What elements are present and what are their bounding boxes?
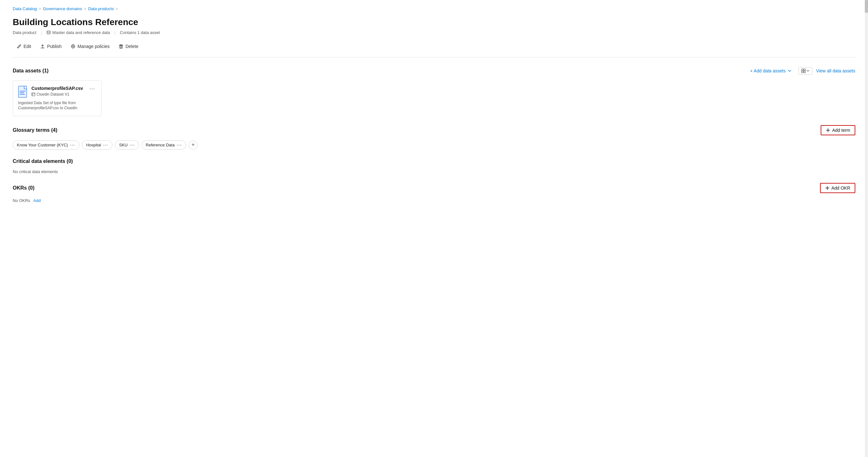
breadcrumb-sep-2: >	[84, 7, 86, 11]
glossary-title: Glossary terms (4)	[13, 127, 58, 133]
database-icon	[46, 30, 51, 35]
data-type-badge: Master data and reference data	[46, 30, 110, 35]
policies-icon	[70, 44, 75, 49]
publish-button[interactable]: Publish	[36, 42, 65, 51]
svg-rect-6	[802, 71, 803, 73]
asset-name: CustomerprofileSAP.csv	[31, 86, 83, 91]
asset-description: Ingested Data Set of type file from Cust…	[18, 100, 96, 111]
svg-rect-12	[32, 93, 35, 96]
term-label-reference-data: Reference Data	[146, 143, 175, 147]
chevron-down-icon-2	[806, 69, 810, 72]
delete-icon	[119, 44, 124, 49]
svg-point-0	[47, 31, 51, 32]
svg-rect-8	[19, 86, 27, 97]
no-critical-elements-text: No critical data elements	[13, 169, 855, 174]
asset-info: CustomerprofileSAP.csv Cluedin Dataset V…	[31, 86, 83, 96]
okrs-title: OKRs (0)	[13, 185, 34, 191]
critical-elements-section: Critical data elements (0) No critical d…	[13, 158, 855, 174]
svg-rect-5	[804, 69, 805, 70]
add-okr-label: Add OKR	[832, 185, 850, 190]
term-label-kyc: Know Your Customer (KYC)	[17, 143, 68, 147]
data-assets-title: Data assets (1)	[13, 68, 49, 74]
term-more-hospital[interactable]: ⋯	[103, 142, 108, 148]
svg-rect-4	[802, 69, 803, 70]
term-chip-kyc: Know Your Customer (KYC) ⋯	[13, 141, 80, 150]
critical-elements-title: Critical data elements (0)	[13, 158, 73, 164]
asset-icon-title: CustomerprofileSAP.csv Cluedin Dataset V…	[18, 86, 83, 98]
delete-button[interactable]: Delete	[115, 42, 142, 51]
plus-icon-okr	[825, 186, 830, 190]
add-term-inline-button[interactable]: +	[189, 141, 197, 150]
okrs-header: OKRs (0) Add OKR	[13, 183, 855, 193]
chevron-down-icon	[788, 69, 792, 73]
file-csv-icon	[18, 86, 28, 98]
scrollbar-track[interactable]	[865, 0, 868, 457]
breadcrumb-item-1[interactable]: Data Catalog	[13, 6, 37, 11]
view-all-assets-link[interactable]: View all data assets	[816, 68, 855, 73]
data-assets-header: Data assets (1) + Add data assets	[13, 66, 855, 75]
data-type-label: Master data and reference data	[53, 30, 110, 35]
okrs-section: OKRs (0) Add OKR No OKRs Add	[13, 183, 855, 203]
data-assets-controls: + Add data assets Vie	[747, 66, 855, 75]
asset-card-header: CustomerprofileSAP.csv Cluedin Dataset V…	[18, 86, 96, 98]
add-okr-inline-link[interactable]: Add	[33, 198, 41, 203]
term-more-reference-data[interactable]: ⋯	[177, 142, 182, 148]
dataset-icon	[31, 92, 35, 96]
svg-rect-11	[20, 94, 25, 95]
asset-count-label: Contains 1 data asset	[120, 30, 160, 35]
toolbar: Edit Publish Manage policies Delete	[13, 42, 855, 58]
add-data-assets-button[interactable]: + Add data assets	[747, 66, 795, 75]
term-label-sku: SKU	[119, 143, 128, 147]
page-type-label: Data product	[13, 30, 36, 35]
term-chip-reference-data: Reference Data ⋯	[142, 141, 186, 150]
svg-rect-7	[804, 71, 805, 73]
edit-button[interactable]: Edit	[13, 42, 35, 51]
add-okr-button[interactable]: Add OKR	[820, 183, 855, 193]
glossary-terms-list: Know Your Customer (KYC) ⋯ Hospital ⋯ SK…	[13, 141, 855, 150]
term-more-kyc[interactable]: ⋯	[70, 142, 75, 148]
svg-rect-10	[20, 92, 24, 93]
term-label-hospital: Hospital	[86, 143, 101, 147]
publish-icon	[40, 44, 45, 49]
svg-point-2	[72, 46, 74, 47]
meta-sep-2: |	[114, 30, 115, 35]
grid-view-toggle[interactable]	[799, 67, 812, 74]
page-title: Building Locations Reference	[13, 17, 855, 28]
no-okrs-text: No OKRs Add	[13, 198, 855, 203]
breadcrumb: Data Catalog > Governance domains > Data…	[13, 6, 855, 11]
term-chip-hospital: Hospital ⋯	[82, 141, 113, 150]
meta-sep-1: |	[41, 30, 41, 35]
asset-card: CustomerprofileSAP.csv Cluedin Dataset V…	[13, 80, 102, 117]
breadcrumb-sep-3: >	[116, 7, 118, 11]
critical-elements-header: Critical data elements (0)	[13, 158, 855, 164]
manage-policies-button[interactable]: Manage policies	[67, 42, 113, 51]
add-term-label: Add term	[832, 128, 850, 133]
plus-icon	[826, 128, 830, 132]
asset-more-button[interactable]: ⋯	[88, 86, 96, 91]
term-chip-sku: SKU ⋯	[115, 141, 139, 150]
term-more-sku[interactable]: ⋯	[130, 142, 135, 148]
glossary-terms-section: Glossary terms (4) Add term Know Your Cu…	[13, 125, 855, 150]
breadcrumb-item-3[interactable]: Data products	[88, 6, 114, 11]
breadcrumb-sep-1: >	[39, 7, 41, 11]
scrollbar-thumb[interactable]	[865, 0, 868, 13]
asset-sub-name: Cluedin Dataset V1	[31, 92, 83, 96]
page-meta: Data product | Master data and reference…	[13, 30, 855, 35]
breadcrumb-item-2[interactable]: Governance domains	[43, 6, 82, 11]
svg-rect-9	[20, 91, 25, 91]
grid-icon	[801, 69, 806, 73]
glossary-header: Glossary terms (4) Add term	[13, 125, 855, 135]
add-term-button[interactable]: Add term	[821, 125, 855, 135]
data-assets-section: Data assets (1) + Add data assets	[13, 66, 855, 117]
svg-rect-3	[120, 45, 122, 48]
edit-icon	[17, 44, 22, 49]
